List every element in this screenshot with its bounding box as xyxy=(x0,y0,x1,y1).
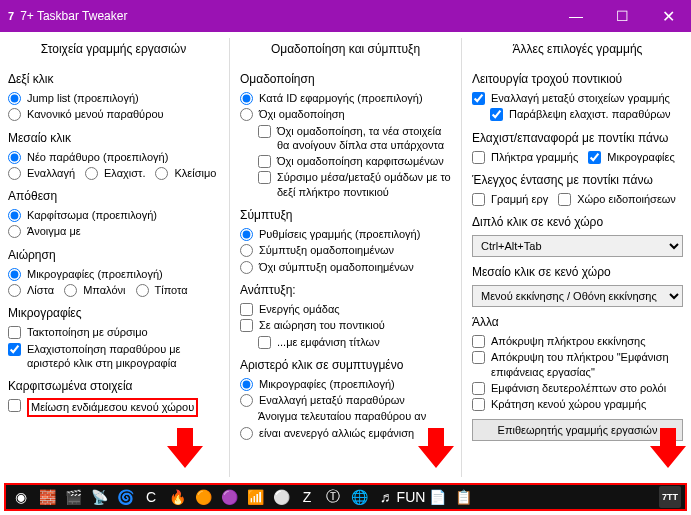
check-taskbar-buttons[interactable]: Πλήκτρα γραμμής xyxy=(472,149,580,165)
window-title: 7+ Taskbar Tweaker xyxy=(20,9,553,23)
group-hover-title: Αιώρηση xyxy=(8,248,219,262)
check-drag-groups[interactable]: Σύρσιμο μέσα/μεταξύ ομάδων με το δεξί πλ… xyxy=(258,169,451,200)
option-combine-default[interactable]: Ρυθμίσεις γραμμής (προεπιλογή) xyxy=(240,226,451,242)
taskbar-icon-15[interactable]: FUN xyxy=(400,486,422,508)
combo-dblclick[interactable]: Ctrl+Alt+Tab xyxy=(472,235,683,257)
group-thumbs-title: Μικρογραφίες xyxy=(8,306,219,320)
group-rightclick-title: Δεξί κλικ xyxy=(8,72,219,86)
check-no-group-pinned[interactable]: Όχι ομαδοποίηση καρφιτσωμένων xyxy=(258,153,451,169)
check-show-seconds[interactable]: Εμφάνιση δευτερολέπτων στο ρολόι xyxy=(472,380,683,396)
main-content: Στοιχεία γραμμής εργασιών Δεξί κλικ Jump… xyxy=(0,32,691,483)
taskbar-icon-0[interactable]: ◉ xyxy=(10,486,32,508)
option-minimize[interactable]: Ελαχιστ. xyxy=(85,165,147,181)
option-switch[interactable]: Εναλλαγή xyxy=(8,165,77,181)
check-remove-gap[interactable]: Μείωση ενδιάμεσου κενού χώρου xyxy=(8,397,219,417)
option-standard-menu[interactable]: Κανονικό μενού παραθύρου xyxy=(8,106,219,122)
check-hide-start[interactable]: Απόκρυψη πλήκτρου εκκίνησης xyxy=(472,333,683,349)
column-taskbar-items: Στοιχεία γραμμής εργασιών Δεξί κλικ Jump… xyxy=(8,38,219,477)
option-nothing[interactable]: Τίποτα xyxy=(136,282,190,298)
taskbar-icon-11[interactable]: Z xyxy=(296,486,318,508)
group-minrestore-title: Ελαχιστ/επαναφορά με ποντίκι πάνω xyxy=(472,131,683,145)
taskbar-icon-6[interactable]: 🔥 xyxy=(166,486,188,508)
taskbar-icon-13[interactable]: 🌐 xyxy=(348,486,370,508)
check-cycle-items[interactable]: Εναλλαγή μεταξύ στοιχείων γραμμής xyxy=(472,90,683,106)
group-other-title: Άλλα xyxy=(472,315,683,329)
option-no-group[interactable]: Όχι ομαδοποίηση xyxy=(240,106,451,122)
taskbar-icon-18[interactable]: 7TT xyxy=(659,486,681,508)
minimize-button[interactable]: — xyxy=(553,0,599,32)
col2-header: Ομαδοποίηση και σύμπτυξη xyxy=(240,38,451,64)
close-button[interactable]: ✕ xyxy=(645,0,691,32)
arrow-annotation-3 xyxy=(650,428,686,470)
taskbar-icon-14[interactable]: ♬ xyxy=(374,486,396,508)
check-leftclick-minimize[interactable]: Ελαχιστοποίηση παραθύρου με αριστερό κλι… xyxy=(8,341,219,372)
option-lc-thumbs[interactable]: Μικρογραφίες (προεπιλογή) xyxy=(240,376,451,392)
taskbar-icon-10[interactable]: ⚪ xyxy=(270,486,292,508)
check-drag-reorder[interactable]: Τακτοποίηση με σύρσιμο xyxy=(8,324,219,340)
option-group-appid[interactable]: Κατά ID εφαρμογής (προεπιλογή) xyxy=(240,90,451,106)
group-middleclick-title: Μεσαίο κλικ xyxy=(8,131,219,145)
option-jumplist[interactable]: Jump list (προεπιλογή) xyxy=(8,90,219,106)
option-list[interactable]: Λίστα xyxy=(8,282,56,298)
check-active-group[interactable]: Ενεργής ομάδας xyxy=(240,301,451,317)
option-no-combine[interactable]: Όχι σύμπτυξη ομαδοποιημένων xyxy=(240,259,451,275)
taskbar-icon-12[interactable]: Ⓣ xyxy=(322,486,344,508)
group-mclick-title: Μεσαίο κλικ σε κενό χώρο xyxy=(472,265,683,279)
col3-header: Άλλες επιλογές γραμμής xyxy=(472,38,683,64)
check-show-labels[interactable]: ...με εμφάνιση τίτλων xyxy=(258,334,451,350)
taskbar-icon-3[interactable]: 📡 xyxy=(88,486,110,508)
option-pin[interactable]: Καρφίτσωμα (προεπιλογή) xyxy=(8,207,219,223)
taskbar-icon-16[interactable]: 📄 xyxy=(426,486,448,508)
group-pinned-title: Καρφιτσωμένα στοιχεία xyxy=(8,379,219,393)
group-dblclick-title: Διπλό κλικ σε κενό χώρο xyxy=(472,215,683,229)
taskbar-icon-5[interactable]: C xyxy=(140,486,162,508)
option-openwith[interactable]: Άνοιγμα με xyxy=(8,223,219,239)
check-vol-taskbar[interactable]: Γραμμή εργ xyxy=(472,191,550,207)
option-new-window[interactable]: Νέο παράθυρο (προεπιλογή) xyxy=(8,149,219,165)
option-balloon[interactable]: Μπαλόνι xyxy=(64,282,127,298)
option-thumbnails[interactable]: Μικρογραφίες (προεπιλογή) xyxy=(8,266,219,282)
check-thumbnails-wheel[interactable]: Μικρογραφίες xyxy=(588,149,676,165)
maximize-button[interactable]: ☐ xyxy=(599,0,645,32)
taskbar-icon-1[interactable]: 🧱 xyxy=(36,486,58,508)
windows-taskbar[interactable]: ◉🧱🎬📡🌀C🔥🟠🟣📶⚪ZⓉ🌐♬FUN📄📋7TT xyxy=(4,483,687,511)
check-open-near[interactable]: Όχι ομαδοποίηση, τα νέα στοιχεία θα ανοί… xyxy=(258,123,451,154)
combo-mclick[interactable]: Μενού εκκίνησης / Οθόνη εκκίνησης xyxy=(472,285,683,307)
check-reserve-space[interactable]: Κράτηση κενού χώρου γραμμής xyxy=(472,396,683,412)
column-other-options: Άλλες επιλογές γραμμής Λειτουργία τροχού… xyxy=(461,38,683,477)
taskbar-icon-7[interactable]: 🟠 xyxy=(192,486,214,508)
group-combine-title: Σύμπτυξη xyxy=(240,208,451,222)
titlebar: 7 7+ Taskbar Tweaker — ☐ ✕ xyxy=(0,0,691,32)
arrow-annotation-2 xyxy=(418,428,454,470)
group-grouping-title: Ομαδοποίηση xyxy=(240,72,451,86)
option-close[interactable]: Κλείσιμο xyxy=(155,165,218,181)
taskbar-icon-2[interactable]: 🎬 xyxy=(62,486,84,508)
taskbar-icon-9[interactable]: 📶 xyxy=(244,486,266,508)
taskbar-icon-17[interactable]: 📋 xyxy=(452,486,474,508)
col1-header: Στοιχεία γραμμής εργασιών xyxy=(8,38,219,64)
taskbar-icon-8[interactable]: 🟣 xyxy=(218,486,240,508)
group-wheel-title: Λειτουργία τροχού ποντικιού xyxy=(472,72,683,86)
check-hide-showdesktop[interactable]: Απόκρυψη του πλήκτρου "Εμφάνιση επιφάνει… xyxy=(472,349,683,380)
title-icon: 7 xyxy=(8,10,14,22)
option-lc-cycle[interactable]: Εναλλαγή μεταξύ παραθύρων xyxy=(240,392,451,408)
option-combine-grouped[interactable]: Σύμπτυξη ομαδοποιημένων xyxy=(240,242,451,258)
column-grouping: Ομαδοποίηση και σύμπτυξη Ομαδοποίηση Κατ… xyxy=(229,38,451,477)
check-on-hover[interactable]: Σε αιώρηση του ποντικιού xyxy=(240,317,451,333)
check-skip-minimized[interactable]: Παράβλεψη ελαχιστ. παραθύρων xyxy=(490,106,683,122)
group-volume-title: Έλεγχος έντασης με ποντίκι πάνω xyxy=(472,173,683,187)
group-leftclick-title: Αριστερό κλικ σε συμπτυγμένο xyxy=(240,358,451,372)
taskbar-icon-4[interactable]: 🌀 xyxy=(114,486,136,508)
group-drop-title: Απόθεση xyxy=(8,189,219,203)
arrow-annotation-1 xyxy=(167,428,203,470)
option-lc-last[interactable]: Άνοιγμα τελευταίου παραθύρου αν xyxy=(240,408,451,424)
check-vol-tray[interactable]: Χώρο ειδοποιήσεων xyxy=(558,191,678,207)
group-decombine-title: Ανάπτυξη: xyxy=(240,283,451,297)
